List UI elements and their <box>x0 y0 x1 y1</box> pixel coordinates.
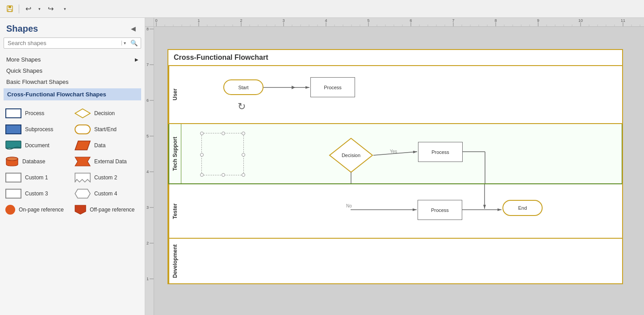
shape-subprocess[interactable]: Subprocess <box>4 122 72 137</box>
process-icon <box>5 108 21 118</box>
crossfunctional-category[interactable]: Cross-Functional Flowchart Shapes <box>4 88 141 100</box>
svg-text:3: 3 <box>282 18 284 23</box>
svg-text:3: 3 <box>146 205 149 210</box>
svg-marker-11 <box>75 205 86 214</box>
lane-development-content <box>181 239 622 283</box>
handle-br[interactable] <box>242 173 245 177</box>
svg-marker-104 <box>292 86 295 89</box>
svg-text:6: 6 <box>410 18 412 23</box>
shapes-panel: Shapes ◀ ▾ 🔍 More Shapes ▶ Quick Shapes … <box>0 18 145 315</box>
shape-document[interactable]: Document <box>4 138 72 153</box>
more-shapes-arrow-icon: ▶ <box>135 57 138 62</box>
process-user-shape[interactable]: Process <box>310 77 355 97</box>
svg-text:7: 7 <box>452 18 454 23</box>
shape-startend[interactable]: Start/End <box>73 122 141 137</box>
separator <box>19 4 19 13</box>
svg-text:Decision: Decision <box>342 153 360 158</box>
handle-mr[interactable] <box>242 153 245 157</box>
handle-tm[interactable] <box>222 132 225 135</box>
svg-marker-8 <box>75 157 90 166</box>
lane-user-content: Start Process <box>181 66 622 123</box>
shape-process[interactable]: Process <box>4 106 72 121</box>
canvas-area[interactable]: // ruler ticks drawn below via JS 012345… <box>145 18 644 315</box>
refresh-icon: ↻ <box>238 101 246 112</box>
handle-bm[interactable] <box>222 173 225 177</box>
redo-button[interactable]: ↪ <box>44 3 57 15</box>
undo-dropdown-button[interactable]: ▾ <box>36 3 42 15</box>
shape-onpage-reference[interactable]: On-page reference <box>4 202 72 217</box>
ruler-horizontal: // ruler ticks drawn below via JS 012345… <box>154 18 644 27</box>
shape-offpage-reference[interactable]: Off-page reference <box>73 202 141 217</box>
diagram-title: Cross-Functional Flowchart <box>168 50 622 66</box>
process-tester-shape[interactable]: Process <box>418 200 462 220</box>
ruler-vertical: 87654321 <box>145 27 154 315</box>
external-data-icon <box>75 157 91 166</box>
svg-rect-12 <box>154 18 644 27</box>
end-shape[interactable]: End <box>502 200 543 216</box>
svg-point-7 <box>6 157 18 161</box>
shape-custom4[interactable]: Custom 4 <box>73 186 141 201</box>
sidebar-header: Shapes ◀ <box>0 18 145 37</box>
svg-text:11: 11 <box>621 18 625 23</box>
more-button[interactable]: ▾ <box>59 3 71 15</box>
search-button[interactable]: 🔍 <box>128 40 141 46</box>
cf-lanes: User Start Process <box>168 66 622 283</box>
diagram-paper: Cross-Functional Flowchart User Start <box>167 49 623 284</box>
svg-text:2: 2 <box>146 241 149 245</box>
database-icon <box>5 157 19 166</box>
start-shape[interactable]: Start <box>223 79 263 95</box>
process-tech-shape[interactable]: Process <box>418 142 463 162</box>
handle-tl[interactable] <box>200 132 204 135</box>
undo-button[interactable]: ↩ <box>22 3 34 15</box>
custom3-icon <box>5 189 21 199</box>
lane-tester-label: Tester <box>168 184 181 238</box>
svg-text:8: 8 <box>494 18 497 23</box>
svg-text:5: 5 <box>367 18 369 23</box>
shape-custom1[interactable]: Custom 1 <box>4 170 72 185</box>
basic-flowchart-link[interactable]: Basic Flowchart Shapes <box>4 76 141 87</box>
quick-shapes-link[interactable]: Quick Shapes <box>4 65 141 76</box>
search-input[interactable] <box>4 38 121 48</box>
custom4-icon <box>75 189 91 199</box>
shape-custom3[interactable]: Custom 3 <box>4 186 72 201</box>
svg-marker-9 <box>75 173 90 182</box>
shape-decision[interactable]: Decision <box>73 106 141 121</box>
save-button[interactable] <box>4 3 16 15</box>
handle-bl[interactable] <box>200 173 204 177</box>
svg-line-107 <box>373 152 417 155</box>
lane-tester: Tester Process End <box>168 184 622 239</box>
decision-shape[interactable]: Decision <box>329 137 373 175</box>
startend-icon <box>75 124 91 134</box>
search-dropdown-button[interactable]: ▾ <box>121 41 128 46</box>
svg-text:9: 9 <box>537 18 539 23</box>
sidebar-collapse-button[interactable]: ◀ <box>128 23 138 34</box>
svg-text:10: 10 <box>578 18 583 23</box>
svg-text:1: 1 <box>197 18 200 23</box>
lane-techsupport: Tech Support <box>168 124 622 184</box>
shape-database[interactable]: Database <box>4 154 72 169</box>
svg-text:2: 2 <box>240 18 242 23</box>
shape-data[interactable]: Data <box>73 138 141 153</box>
custom1-icon <box>5 173 21 182</box>
svg-marker-5 <box>75 141 90 150</box>
lane-development: Development <box>168 239 622 283</box>
svg-text:No: No <box>346 203 352 208</box>
shape-custom2[interactable]: Custom 2 <box>73 170 141 185</box>
svg-text:1: 1 <box>146 277 149 281</box>
lane-user: User Start Process <box>168 66 622 124</box>
svg-rect-1 <box>8 6 11 8</box>
svg-text:5: 5 <box>146 134 149 138</box>
shape-external-data[interactable]: External Data <box>73 154 141 169</box>
custom2-icon <box>75 173 91 182</box>
svg-text:8: 8 <box>146 27 149 31</box>
svg-text:6: 6 <box>146 98 149 103</box>
svg-text:4: 4 <box>325 18 327 23</box>
selected-shape-outline <box>201 133 244 175</box>
handle-ml[interactable] <box>200 153 204 157</box>
diagram-viewport[interactable]: Cross-Functional Flowchart User Start <box>154 27 644 315</box>
more-shapes-link[interactable]: More Shapes ▶ <box>4 54 141 65</box>
main-area: Shapes ◀ ▾ 🔍 More Shapes ▶ Quick Shapes … <box>0 18 644 315</box>
toolbar: ↩ ▾ ↪ ▾ <box>0 0 644 18</box>
handle-tr[interactable] <box>242 132 245 135</box>
ruler-corner <box>145 18 154 27</box>
